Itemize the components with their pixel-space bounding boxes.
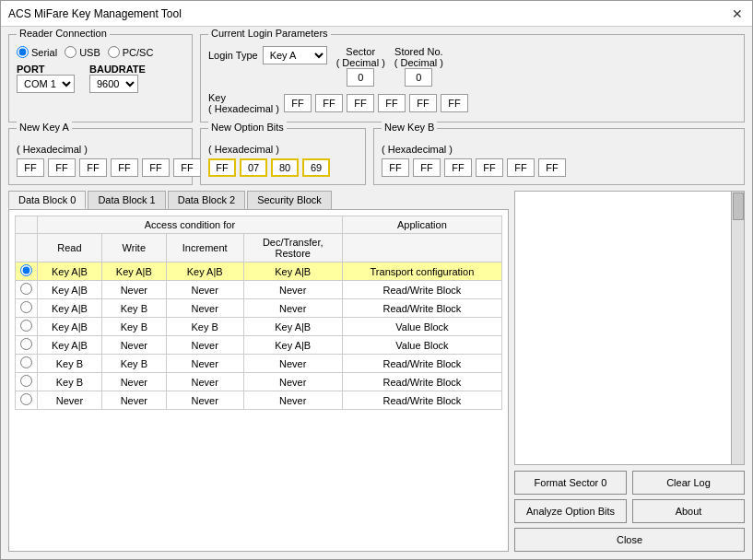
table-cell-1-4: Read/Write Block xyxy=(342,281,501,299)
access-row-radio-5[interactable] xyxy=(20,356,32,368)
table-cell-1-1: Never xyxy=(101,281,166,299)
row-radio-cell[interactable] xyxy=(16,318,38,336)
tab-data-block-1[interactable]: Data Block 1 xyxy=(88,191,165,209)
baudrate-group: BAUDRATE 9600 xyxy=(89,64,146,93)
table-cell-5-1: Key B xyxy=(101,355,166,373)
table-row[interactable]: Key A|BKey A|BKey A|BKey A|BTransport co… xyxy=(16,262,502,281)
table-cell-6-3: Never xyxy=(243,373,342,391)
table-cell-0-4: Transport configuration xyxy=(342,262,501,281)
new-key-b-hex-3[interactable] xyxy=(444,158,472,177)
port-select[interactable]: COM 1 xyxy=(17,75,75,93)
serial-radio-item[interactable]: Serial xyxy=(17,46,57,58)
table-row[interactable]: Key A|BKey BKey BKey A|BValue Block xyxy=(16,318,502,336)
login-type-select[interactable]: Key A Key B xyxy=(263,46,327,64)
key-hex-6[interactable] xyxy=(441,94,468,112)
port-label: PORT xyxy=(17,64,75,75)
access-row-radio-2[interactable] xyxy=(20,301,32,313)
tab-data-block-0[interactable]: Data Block 0 xyxy=(8,191,86,209)
new-option-bits-inputs xyxy=(208,158,358,177)
new-key-b-hex-2[interactable] xyxy=(413,158,441,177)
access-row-radio-4[interactable] xyxy=(20,338,32,350)
window-title: ACS MiFare Key Management Tool xyxy=(8,7,182,20)
access-row-radio-1[interactable] xyxy=(20,283,32,295)
new-key-b-hex-5[interactable] xyxy=(507,158,535,177)
table-cell-4-2: Never xyxy=(166,336,243,355)
row-radio-cell[interactable] xyxy=(16,262,38,281)
tab-bar: Data Block 0 Data Block 1 Data Block 2 S… xyxy=(8,191,509,209)
option-bits-hex-2[interactable] xyxy=(240,158,267,177)
table-cell-7-1: Never xyxy=(101,391,166,410)
table-cell-1-0: Key A|B xyxy=(38,281,102,299)
row-radio-cell[interactable] xyxy=(16,391,38,410)
table-row[interactable]: Key A|BNeverNeverNeverRead/Write Block xyxy=(16,281,502,299)
log-scrollbar-thumb[interactable] xyxy=(733,192,744,220)
bottom-section: Data Block 0 Data Block 1 Data Block 2 S… xyxy=(8,191,745,552)
about-button[interactable]: About xyxy=(632,499,745,523)
row-radio-cell[interactable] xyxy=(16,373,38,391)
usb-radio[interactable] xyxy=(65,46,76,58)
row-radio-cell[interactable] xyxy=(16,281,38,299)
new-key-a-hex-5[interactable] xyxy=(142,158,170,177)
serial-radio[interactable] xyxy=(17,46,29,58)
option-bits-hex-1[interactable] xyxy=(208,158,236,177)
table-cell-5-2: Never xyxy=(166,355,243,373)
baudrate-select[interactable]: 9600 xyxy=(89,75,138,93)
access-row-radio-3[interactable] xyxy=(20,320,32,332)
usb-radio-item[interactable]: USB xyxy=(65,46,100,58)
reader-connection-label: Reader Connection xyxy=(17,28,110,39)
clear-log-button[interactable]: Clear Log xyxy=(632,471,745,495)
table-cell-3-3: Key A|B xyxy=(243,318,342,336)
key-hex-3[interactable] xyxy=(347,94,374,112)
table-row[interactable]: Key A|BKey BNeverNeverRead/Write Block xyxy=(16,299,502,318)
new-key-a-hex-6[interactable] xyxy=(173,158,201,177)
option-bits-hex-4[interactable] xyxy=(302,158,330,177)
row-radio-cell[interactable] xyxy=(16,355,38,373)
baudrate-label: BAUDRATE xyxy=(89,64,146,75)
new-key-a-hex-4[interactable] xyxy=(111,158,138,177)
serial-label: Serial xyxy=(31,47,57,58)
key-hex-2[interactable] xyxy=(315,94,343,112)
table-row[interactable]: Key A|BNeverNeverKey A|BValue Block xyxy=(16,336,502,355)
table-cell-2-3: Never xyxy=(243,299,342,318)
main-window: ACS MiFare Key Management Tool ✕ Reader … xyxy=(0,0,753,560)
stored-no-input[interactable] xyxy=(405,68,432,87)
access-row-radio-6[interactable] xyxy=(20,375,32,387)
access-condition-header: Access condition for xyxy=(38,216,343,234)
pcsc-radio[interactable] xyxy=(108,46,120,58)
new-key-b-hex-1[interactable] xyxy=(382,158,409,177)
sector-input[interactable] xyxy=(347,68,374,87)
new-key-a-hex-1[interactable] xyxy=(17,158,44,177)
new-key-b-hex-6[interactable] xyxy=(538,158,566,177)
new-key-b-hex-4[interactable] xyxy=(476,158,503,177)
table-cell-4-1: Never xyxy=(101,336,166,355)
key-hex-5[interactable] xyxy=(409,94,437,112)
table-header-row: Access condition for Application xyxy=(16,216,502,234)
key-hex-1[interactable] xyxy=(284,94,312,112)
analyze-option-bits-button[interactable]: Analyze Option Bits xyxy=(514,499,627,523)
table-cell-3-4: Value Block xyxy=(342,318,501,336)
close-button[interactable]: Close xyxy=(514,528,745,552)
table-cell-0-0: Key A|B xyxy=(38,262,102,281)
row-radio-cell[interactable] xyxy=(16,299,38,318)
key-hex-4[interactable] xyxy=(378,94,406,112)
pcsc-radio-item[interactable]: PC/SC xyxy=(108,46,154,58)
new-key-a-hex-2[interactable] xyxy=(48,158,76,177)
table-row[interactable]: Key BNeverNeverNeverRead/Write Block xyxy=(16,373,502,391)
port-baud-row: PORT COM 1 BAUDRATE 9600 xyxy=(17,64,184,93)
tab-data-block-2[interactable]: Data Block 2 xyxy=(168,191,245,209)
login-type-label: Login Type xyxy=(208,50,258,61)
format-sector-button[interactable]: Format Sector 0 xyxy=(514,471,627,495)
window-close-button[interactable]: ✕ xyxy=(730,6,745,21)
new-option-bits-label: New Option Bits xyxy=(208,122,287,133)
option-bits-hex-3[interactable] xyxy=(271,158,299,177)
access-row-radio-0[interactable] xyxy=(20,264,32,276)
row-radio-cell[interactable] xyxy=(16,336,38,355)
table-row[interactable]: NeverNeverNeverNeverRead/Write Block xyxy=(16,391,502,410)
table-row[interactable]: Key BKey BNeverNeverRead/Write Block xyxy=(16,355,502,373)
log-scrollbar[interactable] xyxy=(731,192,744,464)
access-row-radio-7[interactable] xyxy=(20,393,32,405)
sector-group: Sector ( Decimal ) xyxy=(336,46,385,87)
login-params-group: Current Login Parameters Login Type Key … xyxy=(200,34,745,122)
new-key-a-hex-3[interactable] xyxy=(79,158,107,177)
tab-security-block[interactable]: Security Block xyxy=(247,191,332,209)
